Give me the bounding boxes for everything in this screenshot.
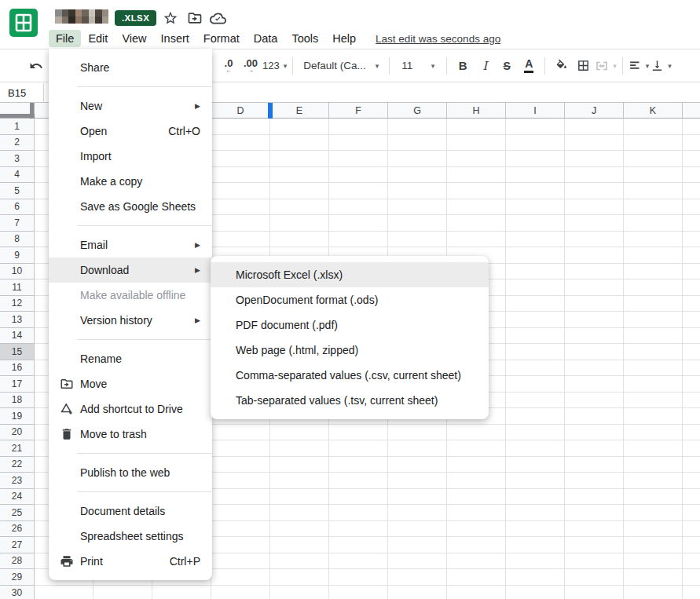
toolbar-divider [389, 57, 390, 75]
row-header-24[interactable]: 24 [0, 489, 35, 506]
submenu-item-tab-separated-values-tsv-current-sheet[interactable]: Tab-separated values (.tsv, current shee… [211, 388, 489, 413]
drive-shortcut-icon [60, 402, 79, 416]
move-folder-icon[interactable] [186, 9, 203, 27]
menu-item-print[interactable]: PrintCtrl+P [49, 549, 212, 574]
column-header-g[interactable]: G [388, 103, 447, 119]
row-header-2[interactable]: 2 [0, 135, 35, 152]
menubar-item-tools[interactable]: Tools [284, 30, 325, 47]
menu-item-email[interactable]: Email▶ [49, 232, 212, 257]
menu-item-new[interactable]: New▶ [49, 93, 212, 119]
submenu-item-web-page-html-zipped[interactable]: Web page (.html, zipped) [211, 338, 489, 363]
decrease-decimal-button[interactable]: .0← [218, 54, 239, 78]
select-all-corner[interactable] [0, 103, 35, 119]
menubar-item-help[interactable]: Help [325, 30, 363, 47]
menu-item-spreadsheet-settings[interactable]: Spreadsheet settings [49, 524, 212, 549]
sheets-logo-icon[interactable] [8, 7, 39, 38]
row-header-29[interactable]: 29 [0, 569, 35, 586]
horizontal-align-icon[interactable]: ▾ [629, 54, 650, 78]
column-header-e[interactable]: E [270, 103, 329, 119]
row-header-23[interactable]: 23 [0, 473, 35, 489]
row-header-14[interactable]: 14 [0, 328, 35, 345]
cell-reference-box[interactable]: B15 [0, 83, 44, 102]
menu-item-import[interactable]: Import [49, 144, 212, 169]
text-color-button[interactable]: A [519, 54, 539, 78]
row-header-7[interactable]: 7 [0, 215, 35, 232]
undo-icon[interactable] [25, 49, 47, 82]
menubar-item-file[interactable]: File [49, 30, 81, 47]
row-header-20[interactable]: 20 [0, 425, 35, 441]
row-header-22[interactable]: 22 [0, 457, 35, 473]
number-format-button[interactable]: 123▾ [262, 54, 287, 78]
submenu-item-microsoft-excel-xlsx[interactable]: Microsoft Excel (.xlsx) [211, 262, 489, 287]
menubar-item-view[interactable]: View [115, 30, 153, 47]
submenu-item-pdf-document-pdf[interactable]: PDF document (.pdf) [211, 312, 489, 338]
row-header-30[interactable]: 30 [0, 586, 35, 599]
menu-item-label: Spreadsheet settings [80, 530, 184, 542]
menu-item-document-details[interactable]: Document details [49, 499, 212, 524]
toolbar-divider [622, 57, 623, 75]
row-header-11[interactable]: 11 [0, 279, 35, 296]
row-header-6[interactable]: 6 [0, 199, 35, 216]
column-header-f[interactable]: F [329, 103, 388, 119]
menu-item-publish-to-the-web[interactable]: Publish to the web [49, 460, 212, 485]
row-header-19[interactable]: 19 [0, 408, 35, 425]
menubar-item-insert[interactable]: Insert [154, 30, 196, 47]
row-header-9[interactable]: 9 [0, 247, 35, 264]
column-header-hidden[interactable] [683, 103, 700, 119]
freeze-handle-horizontal[interactable] [0, 114, 35, 118]
row-header-21[interactable]: 21 [0, 440, 35, 457]
column-header-i[interactable]: I [506, 103, 565, 119]
menu-item-download[interactable]: Download▶ [49, 257, 212, 283]
row-header-16[interactable]: 16 [0, 360, 35, 377]
menubar-item-format[interactable]: Format [196, 30, 247, 47]
row-header-4[interactable]: 4 [0, 167, 35, 184]
menu-item-open[interactable]: OpenCtrl+O [49, 119, 212, 144]
fill-color-icon[interactable] [551, 54, 571, 78]
borders-icon[interactable] [573, 54, 593, 78]
submenu-item-opendocument-format-ods[interactable]: OpenDocument format (.ods) [211, 287, 489, 312]
row-header-18[interactable]: 18 [0, 393, 35, 409]
font-family-select[interactable]: Default (Ca...▾ [299, 54, 383, 78]
italic-button[interactable]: I [475, 54, 495, 78]
column-header-h[interactable]: H [447, 103, 506, 119]
row-header-5[interactable]: 5 [0, 183, 35, 199]
strikethrough-button[interactable]: S [497, 54, 517, 78]
row-header-13[interactable]: 13 [0, 312, 35, 328]
column-header-k[interactable]: K [624, 103, 683, 119]
row-header-26[interactable]: 26 [0, 521, 35, 538]
star-icon[interactable] [162, 9, 179, 27]
column-header-d[interactable]: D [211, 103, 270, 119]
increase-decimal-button[interactable]: .00→ [240, 54, 261, 78]
bold-button[interactable]: B [453, 54, 473, 78]
cloud-status-icon[interactable] [209, 9, 226, 27]
menu-item-move[interactable]: Move [49, 371, 212, 396]
menubar-item-edit[interactable]: Edit [81, 30, 115, 47]
menu-item-shortcut: Ctrl+P [170, 555, 200, 568]
menu-item-save-as-google-sheets[interactable]: Save as Google Sheets [49, 194, 212, 219]
row-headers: 1234567891011121314151617181920212223242… [0, 119, 35, 599]
menu-item-make-a-copy[interactable]: Make a copy [49, 169, 212, 194]
menu-item-move-to-trash[interactable]: Move to trash [49, 422, 212, 447]
last-edit-link[interactable]: Last edit was seconds ago [376, 33, 500, 45]
menu-item-add-shortcut-to-drive[interactable]: Add shortcut to Drive [49, 396, 212, 422]
submenu-item-comma-separated-values-csv-current-sheet[interactable]: Comma-separated values (.csv, current sh… [211, 363, 489, 388]
chevron-down-icon: ▾ [668, 62, 672, 70]
menu-item-rename[interactable]: Rename [49, 346, 212, 371]
menu-item-share[interactable]: Share [49, 55, 212, 80]
row-header-1[interactable]: 1 [0, 119, 35, 135]
row-header-27[interactable]: 27 [0, 537, 35, 553]
font-size-select[interactable]: 11▾ [395, 54, 441, 78]
vertical-align-icon[interactable]: ▾ [651, 54, 672, 78]
row-header-15[interactable]: 15 [0, 344, 35, 360]
row-header-10[interactable]: 10 [0, 264, 35, 280]
row-header-17[interactable]: 17 [0, 376, 35, 393]
row-header-28[interactable]: 28 [0, 553, 35, 570]
menubar-item-data[interactable]: Data [247, 30, 285, 47]
menu-item-version-history[interactable]: Version history▶ [49, 308, 212, 333]
row-header-25[interactable]: 25 [0, 505, 35, 521]
column-header-j[interactable]: J [565, 103, 624, 119]
row-header-3[interactable]: 3 [0, 151, 35, 167]
document-title-redacted[interactable] [55, 9, 108, 24]
row-header-8[interactable]: 8 [0, 232, 35, 248]
row-header-12[interactable]: 12 [0, 296, 35, 312]
